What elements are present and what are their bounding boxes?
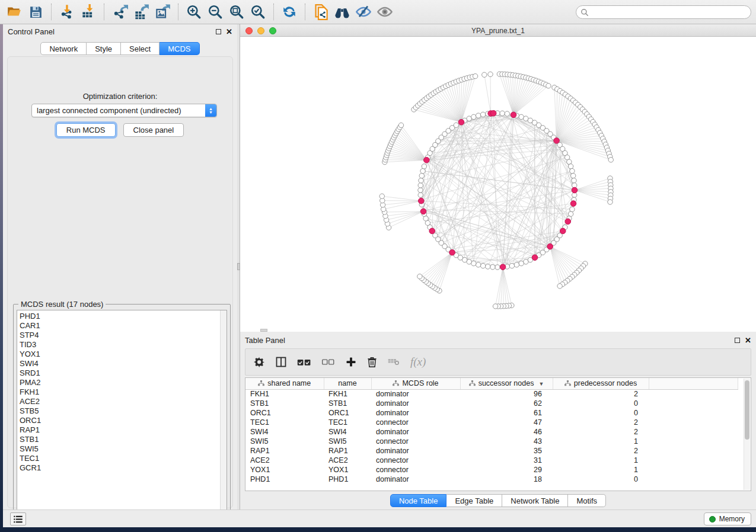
column-header-MCDS-role[interactable]: MCDS role [371,378,460,389]
table-cell[interactable]: 47 [460,418,553,427]
network-node[interactable] [608,200,613,204]
network-node[interactable] [417,274,422,278]
dominator-node[interactable] [424,157,430,163]
column-header-name[interactable]: name [324,378,371,389]
table-scrollbar[interactable] [744,379,750,490]
minimize-window-icon[interactable] [257,27,264,34]
network-node[interactable] [495,265,500,270]
mcds-result-item[interactable]: FKH1 [20,387,227,397]
delete-column-trash-icon[interactable] [367,357,377,368]
table-cell[interactable]: connector [371,437,460,446]
network-window-titlebar[interactable]: YPA_prune.txt_1 [240,25,756,37]
network-node[interactable] [570,207,575,211]
table-cell[interactable]: 1 [553,465,649,475]
table-row[interactable]: ORC1ORC1dominator610 [245,408,738,418]
table-cell[interactable]: SWI4 [245,427,324,437]
table-cell[interactable] [649,399,738,408]
table-row[interactable]: SWI4SWI4dominator462 [245,427,738,437]
network-node[interactable] [519,261,524,265]
table-cell[interactable]: dominator [371,389,460,399]
table-cell[interactable]: connector [371,465,460,475]
dominator-node[interactable] [570,201,576,207]
table-cell[interactable]: 29 [460,465,553,475]
optimization-criterion-dropdown[interactable]: largest connected component (undirected)… [31,104,217,117]
tab-mcds[interactable]: MCDS [160,42,199,55]
mcds-result-item[interactable]: SWI4 [20,359,227,368]
network-graph[interactable] [240,37,755,331]
table-cell[interactable]: FKH1 [245,389,324,399]
tab-style[interactable]: Style [87,42,121,55]
import-network-icon[interactable] [56,2,78,22]
dominator-node[interactable] [429,228,435,234]
new-network-from-selection-icon[interactable] [310,2,331,22]
tab-node-table[interactable]: Node Table [390,494,447,507]
mcds-result-item[interactable]: TID3 [20,340,227,350]
table-row[interactable]: ACE2ACE2connector311 [245,456,738,465]
mcds-result-item[interactable]: SWI5 [20,444,227,454]
zoom-selected-icon[interactable] [247,2,269,22]
table-cell[interactable] [649,389,738,399]
network-node[interactable] [471,261,476,265]
network-node[interactable] [419,173,424,178]
network-node[interactable] [476,262,480,267]
table-cell[interactable]: connector [371,456,460,465]
table-cell[interactable]: 0 [553,399,649,408]
table-cell[interactable]: ORC1 [245,408,324,418]
mcds-result-item[interactable]: RAP1 [20,425,227,435]
table-options-gear-icon[interactable] [254,357,265,368]
table-cell[interactable]: PHD1 [324,475,371,484]
dominator-node[interactable] [511,112,516,118]
dominator-node[interactable] [560,228,566,234]
table-cell[interactable] [649,465,738,475]
network-node[interactable] [423,216,428,221]
mcds-result-item[interactable]: CAR1 [20,321,227,331]
table-cell[interactable]: 61 [460,408,553,418]
dominator-node[interactable] [532,255,538,261]
table-cell[interactable]: STB1 [324,399,371,408]
table-row[interactable]: TEC1TEC1connector472 [245,418,738,427]
table-cell[interactable]: SWI5 [245,437,324,446]
network-node[interactable] [480,112,485,117]
table-row[interactable]: SWI5SWI5connector431 [245,437,738,446]
open-file-icon[interactable] [4,2,25,22]
network-node[interactable] [486,264,490,269]
table-cell[interactable]: TEC1 [245,418,324,427]
table-cell[interactable]: 0 [553,475,649,484]
network-node[interactable] [398,123,403,127]
table-cell[interactable]: 96 [460,389,553,399]
table-cell[interactable]: 31 [460,456,553,465]
table-cell[interactable]: FKH1 [324,389,371,399]
dominator-node[interactable] [547,243,553,249]
mcds-result-item[interactable]: TEC1 [20,454,227,463]
task-history-button[interactable] [10,512,26,525]
mcds-result-item[interactable]: STP4 [20,331,227,340]
float-panel-icon[interactable] [216,29,221,34]
tab-edge-table[interactable]: Edge Table [446,494,502,507]
table-cell[interactable]: 43 [460,437,553,446]
mcds-result-item[interactable]: YOX1 [20,350,227,359]
table-cell[interactable]: YOX1 [245,465,324,475]
network-node[interactable] [568,211,573,216]
table-cell[interactable]: 18 [460,475,553,484]
network-node[interactable] [572,178,576,183]
network-node[interactable] [567,159,572,164]
network-node[interactable] [419,178,423,183]
table-cell[interactable]: 35 [460,446,553,456]
tab-network[interactable]: Network [40,42,87,55]
select-all-checkboxes-icon[interactable] [297,358,311,366]
column-header-successor-nodes[interactable]: successor nodes▼ [460,378,553,389]
import-table-icon[interactable] [78,2,99,22]
column-header-predecessor-nodes[interactable]: predecessor nodes [553,378,649,389]
column-header-shared-name[interactable]: shared name [245,378,324,389]
network-node[interactable] [493,304,497,309]
add-column-icon[interactable] [346,357,356,367]
float-table-panel-icon[interactable] [735,338,740,343]
table-cell[interactable]: 2 [553,389,649,399]
horizontal-splitter-grip[interactable] [260,329,267,332]
dominator-node[interactable] [490,110,496,116]
table-cell[interactable]: connector [371,418,460,427]
mcds-result-item[interactable]: STB5 [20,406,227,416]
export-table-icon[interactable] [130,2,152,22]
close-panel-icon[interactable]: ✕ [226,29,232,34]
zoom-fit-icon[interactable] [226,2,247,22]
